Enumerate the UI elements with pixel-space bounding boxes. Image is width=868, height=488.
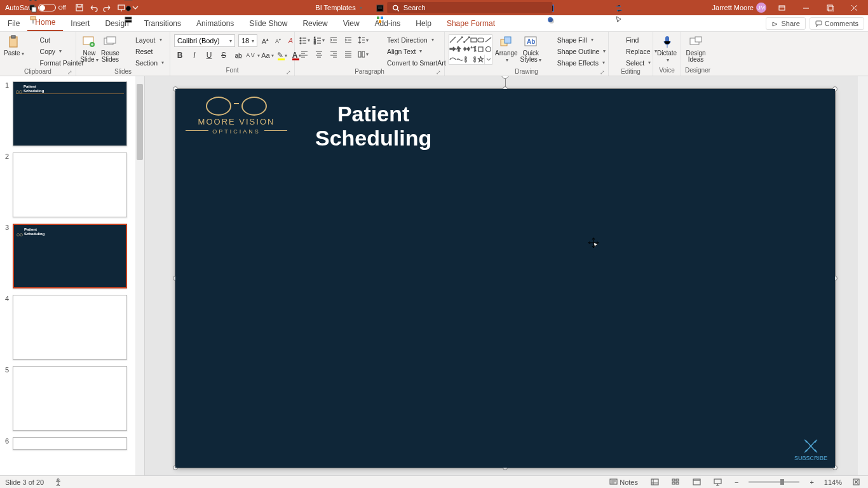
tab-insert[interactable]: Insert [63, 16, 97, 31]
paragraph-launcher[interactable]: ⤢ [435, 69, 442, 76]
thumbnail-6[interactable]: 6 [0, 436, 135, 450]
tab-slideshow[interactable]: Slide Show [241, 16, 295, 31]
rotate-handle[interactable] [501, 76, 509, 79]
increase-font-button[interactable]: A▴ [261, 35, 270, 46]
close-button[interactable] [845, 1, 863, 15]
slideshow-view-button[interactable] [711, 478, 724, 486]
text-shadow-button[interactable]: ab [233, 50, 244, 61]
accessibility-button[interactable] [51, 478, 65, 486]
thumbnail-3[interactable]: 3 PatientScheduling [0, 222, 135, 294]
presentation-icon [117, 3, 126, 12]
thumbnails-scrollbar[interactable] [135, 76, 144, 475]
scrollbar-thumb[interactable] [137, 84, 143, 160]
arrange-button[interactable]: Arrange▾ [495, 34, 518, 64]
design-ideas-button[interactable]: Design Ideas [685, 34, 707, 63]
select-button[interactable]: Select▾ [613, 57, 659, 68]
underline-icon: U [207, 51, 212, 60]
shapes-gallery[interactable] [449, 34, 492, 65]
dictate-button[interactable]: Dictate▾ [657, 34, 677, 64]
justify-button[interactable] [342, 48, 354, 60]
reading-view-button[interactable] [690, 478, 703, 486]
maximize-icon [827, 4, 834, 11]
line-spacing-button[interactable]: ▾ [357, 34, 369, 46]
highlight-button[interactable]: ✎▾ [276, 50, 288, 61]
minimize-button[interactable] [797, 1, 815, 15]
tab-file[interactable]: File [0, 16, 27, 31]
bold-button[interactable]: B [174, 50, 186, 61]
tab-view[interactable]: View [336, 16, 367, 31]
qat-more-button[interactable] [131, 3, 140, 12]
align-center-button[interactable] [313, 48, 325, 60]
minimize-icon [803, 4, 810, 11]
change-case-button[interactable]: Aa▾ [262, 50, 273, 61]
tab-review[interactable]: Review [295, 16, 335, 31]
ribbon-display-button[interactable] [773, 1, 790, 15]
save-button[interactable] [75, 3, 84, 12]
zoom-slider[interactable] [749, 481, 799, 483]
tab-shape-format[interactable]: Shape Format [439, 16, 503, 31]
paste-button[interactable]: Paste▾ [4, 34, 24, 57]
font-launcher[interactable]: ⤢ [285, 69, 292, 76]
thumbnail-1[interactable]: 1 PatientScheduling [0, 80, 135, 151]
tab-help[interactable]: Help [408, 16, 439, 31]
reuse-slides-button[interactable]: Reuse Slides [101, 34, 119, 63]
section-button[interactable]: Section▾ [122, 57, 166, 68]
undo-button[interactable] [89, 3, 98, 12]
zoom-in-button[interactable]: + [807, 478, 816, 486]
thumbnail-5[interactable]: 5 [0, 365, 135, 436]
svg-point-10 [34, 0, 37, 1]
shape-effects-button[interactable]: Shape Effects▾ [544, 57, 608, 68]
canvas-scrollbar[interactable] [858, 76, 868, 475]
tab-addins[interactable]: Add-ins [367, 16, 409, 31]
drawing-launcher[interactable]: ⤢ [599, 69, 606, 76]
slide-sorter-button[interactable] [669, 478, 682, 486]
maximize-button[interactable] [821, 1, 839, 15]
clear-formatting-button[interactable]: A [286, 35, 295, 46]
quick-styles-button[interactable]: Ab Quick Styles▾ [520, 34, 541, 64]
italic-button[interactable]: I [189, 50, 200, 61]
slide[interactable]: MOORE VISION OPTICIANS Patient Schedulin… [175, 89, 835, 468]
notes-button[interactable]: Notes [607, 478, 641, 486]
font-name-combo[interactable]: Calibri (Body)▾ [174, 34, 235, 47]
slide-canvas-area[interactable]: MOORE VISION OPTICIANS Patient Schedulin… [145, 76, 868, 475]
redo-button[interactable] [103, 3, 112, 12]
comments-button[interactable]: Comments [810, 17, 864, 30]
user-account[interactable]: Jarrett Moore JM [712, 3, 766, 13]
tab-transitions[interactable]: Transitions [137, 16, 189, 31]
normal-view-button[interactable] [648, 478, 661, 486]
font-color-button[interactable]: A▾ [291, 50, 302, 61]
decrease-font-button[interactable]: A▾ [273, 35, 283, 46]
undo-icon [89, 3, 98, 12]
share-button[interactable]: Share [766, 17, 805, 30]
document-title[interactable]: BI Templates ▾ [315, 4, 362, 11]
slide-title[interactable]: Patient Scheduling [315, 102, 431, 150]
thumbnail-2[interactable]: 2 [0, 151, 135, 222]
align-center-icon [315, 50, 323, 58]
numbering-button[interactable]: 123▾ [313, 34, 325, 46]
bullets-button[interactable]: ▾ [299, 34, 310, 46]
text-direction-button[interactable]: Text Direction▾ [374, 34, 454, 45]
numbering-icon: 123 [313, 36, 321, 44]
thumbnail-4[interactable]: 4 [0, 294, 135, 365]
clipboard-launcher[interactable]: ⤢ [67, 69, 73, 76]
font-size-combo[interactable]: 18▾ [238, 34, 257, 47]
align-right-button[interactable] [328, 48, 339, 60]
svg-rect-33 [478, 47, 483, 51]
align-text-button[interactable]: Align Text▾ [374, 46, 454, 57]
tab-animations[interactable]: Animations [189, 16, 241, 31]
autosave-switch-icon [38, 4, 56, 11]
columns-button[interactable]: ▾ [357, 48, 369, 60]
increase-indent-button[interactable] [342, 34, 354, 46]
underline-button[interactable]: U [203, 50, 215, 61]
new-slide-button[interactable]: New Slide▾ [80, 34, 98, 64]
search-input[interactable]: Search [388, 2, 553, 13]
convert-smartart-button[interactable]: Convert to SmartArt▾ [374, 57, 454, 68]
start-from-beginning-button[interactable] [117, 3, 126, 12]
zoom-out-button[interactable]: − [732, 478, 741, 486]
decrease-indent-button[interactable] [328, 34, 339, 46]
strike-button[interactable]: S [218, 50, 229, 61]
zoom-level[interactable]: 114% [824, 478, 842, 486]
user-name: Jarrett Moore [712, 4, 754, 11]
char-spacing-button[interactable]: AV▾ [247, 50, 259, 61]
fit-to-window-button[interactable] [850, 478, 863, 486]
